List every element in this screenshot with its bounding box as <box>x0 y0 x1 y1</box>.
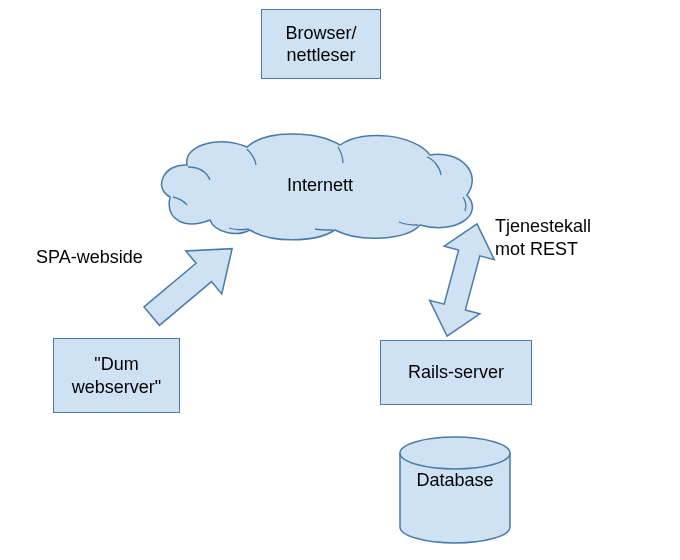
node-browser: Browser/ nettleser <box>261 9 381 79</box>
node-database: Database <box>395 435 515 545</box>
node-internet-label: Internett <box>287 175 353 196</box>
node-browser-label: Browser/ nettleser <box>285 22 356 67</box>
node-rails-label: Rails-server <box>408 361 504 384</box>
node-database-label: Database <box>416 470 493 490</box>
arrow-rest <box>420 218 510 348</box>
arrow-spa <box>125 232 255 342</box>
node-webserver-label: "Dum webserver" <box>72 353 161 398</box>
node-rails: Rails-server <box>380 340 532 405</box>
node-webserver: "Dum webserver" <box>53 338 180 413</box>
svg-point-0 <box>400 437 510 469</box>
